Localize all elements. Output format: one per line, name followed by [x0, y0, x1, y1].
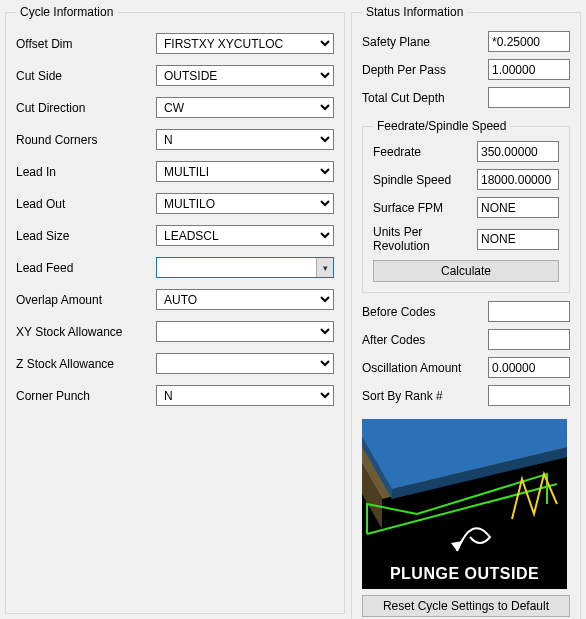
units-per-rev-label: Units Per Revolution [373, 225, 477, 253]
after-codes-label: After Codes [362, 333, 488, 347]
before-codes-input[interactable] [488, 301, 570, 322]
feedrate-group: Feedrate/Spindle Speed Feedrate Spindle … [362, 119, 570, 293]
lead-feed-input[interactable] [156, 257, 334, 278]
xy-stock-label: XY Stock Allowance [16, 325, 156, 339]
offset-dim-label: Offset Dim [16, 37, 156, 51]
total-cut-depth-label: Total Cut Depth [362, 91, 488, 105]
z-stock-select[interactable] [156, 353, 334, 374]
sort-rank-input[interactable] [488, 385, 570, 406]
oscillation-label: Oscillation Amount [362, 361, 488, 375]
depth-per-pass-input[interactable] [488, 59, 570, 80]
after-codes-input[interactable] [488, 329, 570, 350]
total-cut-depth-input[interactable] [488, 87, 570, 108]
oscillation-input[interactable] [488, 357, 570, 378]
cut-direction-label: Cut Direction [16, 101, 156, 115]
surface-fpm-input[interactable] [477, 197, 559, 218]
sort-rank-label: Sort By Rank # [362, 389, 488, 403]
reset-defaults-button[interactable]: Reset Cycle Settings to Default [362, 595, 570, 617]
cycle-info-legend: Cycle Information [16, 5, 117, 19]
round-corners-select[interactable]: N [156, 129, 334, 150]
feedrate-legend: Feedrate/Spindle Speed [373, 119, 510, 133]
lead-feed-label: Lead Feed [16, 261, 156, 275]
surface-fpm-label: Surface FPM [373, 201, 477, 215]
feedrate-label: Feedrate [373, 145, 477, 159]
chevron-down-icon[interactable]: ▾ [316, 258, 333, 277]
cut-direction-select[interactable]: CW [156, 97, 334, 118]
calculate-button[interactable]: Calculate [373, 260, 559, 282]
units-per-rev-input[interactable] [477, 229, 559, 250]
lead-feed-select[interactable]: ▾ [156, 257, 334, 278]
safety-plane-input[interactable] [488, 31, 570, 52]
preview-image: PLUNGE OUTSIDE [362, 419, 567, 589]
safety-plane-label: Safety Plane [362, 35, 488, 49]
lead-in-select[interactable]: MULTILI [156, 161, 334, 182]
round-corners-label: Round Corners [16, 133, 156, 147]
svg-marker-5 [451, 541, 463, 551]
cycle-information-group: Cycle Information Offset Dim FIRSTXY XYC… [5, 5, 345, 614]
status-information-group: Status Information Safety Plane Depth Pe… [351, 5, 581, 619]
preview-caption: PLUNGE OUTSIDE [362, 565, 567, 583]
lead-out-select[interactable]: MULTILO [156, 193, 334, 214]
cut-side-select[interactable]: OUTSIDE [156, 65, 334, 86]
status-info-legend: Status Information [362, 5, 467, 19]
lead-out-label: Lead Out [16, 197, 156, 211]
offset-dim-select[interactable]: FIRSTXY XYCUTLOC [156, 33, 334, 54]
overlap-amount-select[interactable]: AUTO [156, 289, 334, 310]
spindle-speed-label: Spindle Speed [373, 173, 477, 187]
depth-per-pass-label: Depth Per Pass [362, 63, 488, 77]
before-codes-label: Before Codes [362, 305, 488, 319]
overlap-amount-label: Overlap Amount [16, 293, 156, 307]
spindle-speed-input[interactable] [477, 169, 559, 190]
corner-punch-label: Corner Punch [16, 389, 156, 403]
lead-size-select[interactable]: LEADSCL [156, 225, 334, 246]
feedrate-input[interactable] [477, 141, 559, 162]
cut-side-label: Cut Side [16, 69, 156, 83]
z-stock-label: Z Stock Allowance [16, 357, 156, 371]
xy-stock-select[interactable] [156, 321, 334, 342]
lead-in-label: Lead In [16, 165, 156, 179]
lead-size-label: Lead Size [16, 229, 156, 243]
corner-punch-select[interactable]: N [156, 385, 334, 406]
